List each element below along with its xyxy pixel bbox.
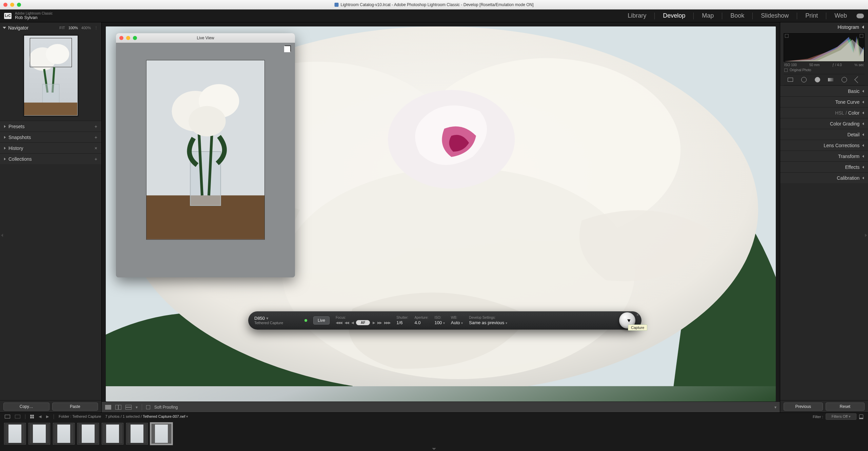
identity-plate[interactable]: Rob Sylvan (15, 15, 53, 20)
filmstrip-thumb[interactable] (126, 423, 148, 445)
develop-loupe[interactable]: Live View (106, 26, 776, 401)
nav-back-icon[interactable]: ◀ (39, 414, 41, 419)
tether-bar[interactable]: × D850 ▾ Tethered Capture Live Focus: ◀◀… (248, 311, 642, 330)
filmstrip-thumb[interactable] (102, 423, 123, 445)
live-view-window[interactable]: Live View (116, 33, 295, 277)
right-panel-collapse[interactable] (864, 230, 868, 240)
window-zoom[interactable] (17, 3, 21, 7)
focus-far-med[interactable]: ◀◀ (344, 321, 349, 325)
crop-tool-icon[interactable] (787, 76, 794, 83)
filter-lock-icon[interactable] (859, 414, 863, 419)
module-develop[interactable]: Develop (663, 12, 685, 19)
tether-wb[interactable]: Auto (451, 320, 460, 325)
nav-zoom-menu[interactable]: ⋮ (94, 26, 98, 30)
nav-fwd-icon[interactable]: ▶ (46, 414, 49, 419)
filmstrip[interactable] (0, 420, 868, 447)
second-window-icon[interactable] (15, 415, 20, 418)
liveview-minimize[interactable] (126, 36, 130, 40)
tether-close-icon[interactable]: × (636, 313, 639, 317)
focus-near-med[interactable]: ▶▶ (377, 321, 381, 325)
spot-removal-icon[interactable] (800, 76, 808, 83)
panel-snapshots[interactable]: Snapshots+ (0, 132, 101, 142)
previous-button[interactable]: Previous (784, 403, 823, 411)
copy-button[interactable]: Copy… (3, 403, 50, 411)
panel-detail[interactable]: Detail (780, 129, 868, 140)
filmstrip-thumb[interactable] (53, 423, 75, 445)
navigator-crop-rect[interactable] (30, 38, 72, 67)
tether-develop-settings[interactable]: Same as previous (469, 320, 504, 325)
reset-button[interactable]: Reset (826, 403, 865, 411)
loupe-view-icon[interactable] (105, 405, 111, 410)
radial-filter-icon[interactable] (841, 76, 848, 83)
navigator-header[interactable]: Navigator FIT 100% 400% ⋮ (0, 22, 101, 33)
tether-camera-name[interactable]: D850 (254, 316, 265, 321)
module-book[interactable]: Book (730, 12, 744, 19)
panel-calibration[interactable]: Calibration (780, 172, 868, 183)
window-close[interactable] (3, 3, 7, 7)
main-window-icon[interactable] (5, 415, 10, 418)
focus-near-fine[interactable]: ▶ (373, 321, 375, 325)
focus-near-coarse[interactable]: ▶▶▶ (384, 321, 390, 325)
graduated-filter-icon[interactable] (827, 76, 834, 83)
nav-zoom-100[interactable]: 100% (68, 26, 78, 30)
grid-view-icon[interactable] (30, 415, 34, 418)
soft-proofing-checkbox[interactable] (146, 405, 150, 409)
toolbar-expand-icon[interactable]: ▾ (774, 405, 776, 410)
window-minimize[interactable] (10, 3, 14, 7)
histogram[interactable] (784, 33, 865, 62)
panel-collections[interactable]: Collections+ (0, 153, 101, 164)
tether-shutter[interactable]: 1/6 (396, 320, 408, 325)
liveview-zoom[interactable] (133, 36, 137, 40)
liveview-close[interactable] (119, 36, 123, 40)
live-view-image (146, 60, 265, 240)
left-panel-collapse[interactable] (0, 230, 4, 240)
panel-basic[interactable]: Basic (780, 85, 868, 96)
nav-zoom-400[interactable]: 400% (81, 26, 91, 30)
nav-zoom-fit[interactable]: FIT (59, 26, 65, 30)
panel-hsl-color[interactable]: HSL / Color (780, 107, 868, 118)
module-library[interactable]: Library (628, 12, 646, 19)
panel-presets[interactable]: Presets+ (0, 121, 101, 132)
tether-iso[interactable]: 100 (435, 320, 442, 325)
live-view-titlebar[interactable]: Live View (116, 33, 295, 43)
navigator-thumbnail[interactable] (24, 35, 78, 116)
snapshots-add-icon[interactable]: + (95, 135, 97, 140)
histogram-header[interactable]: Histogram (780, 22, 868, 32)
presets-add-icon[interactable]: + (95, 124, 97, 129)
panel-lens-corrections[interactable]: Lens Corrections (780, 140, 868, 151)
tether-live-button[interactable]: Live (313, 316, 330, 325)
live-view-overlay-toggle[interactable] (284, 46, 290, 52)
panel-tone-curve[interactable]: Tone Curve (780, 96, 868, 107)
panel-effects[interactable]: Effects (780, 161, 868, 172)
paste-button[interactable]: Paste (52, 403, 98, 411)
filmstrip-folder-name[interactable]: Tethered Capture (72, 414, 101, 418)
module-map[interactable]: Map (702, 12, 714, 19)
module-web[interactable]: Web (834, 12, 847, 19)
module-slideshow[interactable]: Slideshow (761, 12, 789, 19)
adjustment-brush-icon[interactable] (854, 76, 862, 83)
history-clear-icon[interactable]: × (95, 145, 97, 151)
filmstrip-current-file[interactable]: Tethered Capture-007.nef (143, 414, 185, 418)
panel-color-grading[interactable]: Color Grading (780, 118, 868, 129)
filmstrip-thumb[interactable] (4, 423, 26, 445)
panel-transform[interactable]: Transform (780, 151, 868, 161)
module-print[interactable]: Print (805, 12, 818, 19)
tether-aperture[interactable]: 4.0 (414, 320, 428, 325)
redeye-tool-icon[interactable] (814, 76, 821, 83)
before-after-lr-icon[interactable] (115, 405, 121, 410)
filmstrip-thumb-selected[interactable] (151, 423, 172, 445)
toolbar-menu-icon[interactable]: ▾ (136, 405, 138, 410)
filmstrip-collapse[interactable] (0, 447, 868, 451)
filmstrip-thumb[interactable] (77, 423, 99, 445)
before-after-tb-icon[interactable] (125, 405, 132, 410)
tether-af-button[interactable]: AF (356, 320, 370, 325)
original-photo-checkbox[interactable] (784, 68, 788, 72)
identity-bar: LrC Adobe Lightroom Classic Rob Sylvan L… (0, 9, 868, 22)
panel-history[interactable]: History× (0, 142, 101, 153)
filters-off-dropdown[interactable]: Filters Off ▾ (826, 413, 856, 420)
cloud-sync-icon[interactable] (856, 14, 864, 18)
focus-far-coarse[interactable]: ◀◀◀ (336, 321, 342, 325)
focus-far-fine[interactable]: ◀ (351, 321, 353, 325)
filmstrip-thumb[interactable] (28, 423, 50, 445)
collections-add-icon[interactable]: + (95, 156, 97, 162)
